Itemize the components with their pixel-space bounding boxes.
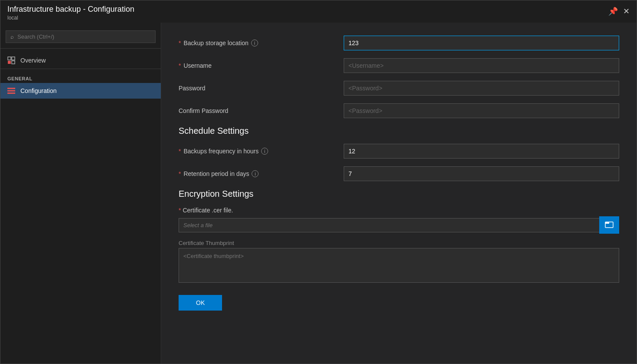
password-label: Password xyxy=(179,85,344,92)
backup-frequency-label: Backups frequency in hours i xyxy=(179,148,344,155)
pin-icon[interactable]: 📌 xyxy=(608,7,618,16)
sidebar: ⌕ Overview GENERAL xyxy=(0,23,161,364)
retention-period-row: Retention period in days i xyxy=(179,166,619,181)
sidebar-divider xyxy=(0,48,161,49)
retention-period-input[interactable] xyxy=(344,166,619,181)
main-content: ⌕ Overview GENERAL xyxy=(0,23,637,364)
backup-frequency-input[interactable] xyxy=(344,144,619,159)
svg-rect-2 xyxy=(8,61,11,64)
backup-storage-label: Backup storage location i xyxy=(179,40,344,46)
password-input[interactable] xyxy=(344,81,619,96)
title-bar: Infrastructure backup - Configuration lo… xyxy=(0,0,637,23)
general-divider xyxy=(0,69,161,69)
ok-button[interactable]: OK xyxy=(179,295,222,311)
svg-rect-6 xyxy=(7,93,15,94)
configuration-icon xyxy=(7,88,15,94)
backup-storage-row: Backup storage location i xyxy=(179,36,619,50)
encryption-section: Encryption Settings Certificate .cer fil… xyxy=(179,189,619,285)
backup-frequency-info-icon[interactable]: i xyxy=(261,148,268,155)
thumbprint-textarea[interactable] xyxy=(179,248,619,283)
cert-file-input[interactable] xyxy=(179,218,599,232)
retention-period-info-icon[interactable]: i xyxy=(252,170,259,177)
browse-icon xyxy=(605,220,614,230)
svg-rect-4 xyxy=(7,88,15,89)
file-browse-button[interactable] xyxy=(599,216,619,234)
svg-rect-3 xyxy=(12,61,15,64)
svg-rect-1 xyxy=(12,57,15,60)
username-label: Username xyxy=(179,62,344,69)
svg-rect-5 xyxy=(7,90,15,92)
window-title: Infrastructure backup - Configuration xyxy=(7,5,134,14)
search-input[interactable] xyxy=(17,33,151,40)
title-bar-left: Infrastructure backup - Configuration lo… xyxy=(7,5,134,21)
retention-period-label: Retention period in days i xyxy=(179,170,344,177)
sidebar-item-overview-label: Overview xyxy=(20,57,46,64)
window-subtitle: local xyxy=(7,15,134,21)
file-input-row xyxy=(179,216,619,234)
svg-rect-0 xyxy=(8,57,11,60)
sidebar-item-configuration-label: Configuration xyxy=(20,87,56,94)
sidebar-section-general: GENERAL xyxy=(0,73,161,83)
backup-storage-info-icon[interactable]: i xyxy=(251,40,258,46)
encryption-settings-heading: Encryption Settings xyxy=(179,189,619,199)
confirm-password-input[interactable] xyxy=(344,103,619,118)
search-box[interactable]: ⌕ xyxy=(6,30,156,43)
sidebar-item-configuration[interactable]: Configuration xyxy=(0,83,161,99)
cert-file-label: Certificate .cer file. xyxy=(179,207,619,214)
username-input[interactable] xyxy=(344,58,619,73)
close-icon[interactable]: ✕ xyxy=(623,7,630,16)
sidebar-item-overview[interactable]: Overview xyxy=(0,52,161,69)
window: Infrastructure backup - Configuration lo… xyxy=(0,0,637,364)
confirm-password-row: Confirm Password xyxy=(179,103,619,118)
username-row: Username xyxy=(179,58,619,73)
backup-storage-input[interactable] xyxy=(344,36,619,50)
overview-icon xyxy=(7,56,15,64)
backup-frequency-row: Backups frequency in hours i xyxy=(179,144,619,159)
title-bar-controls: 📌 ✕ xyxy=(608,7,630,16)
main-panel: Backup storage location i Username Passw… xyxy=(161,23,637,364)
password-row: Password xyxy=(179,81,619,96)
thumbprint-label: Certificate Thumbprint xyxy=(179,240,619,246)
schedule-settings-heading: Schedule Settings xyxy=(179,126,619,136)
cert-file-label-row: Certificate .cer file. xyxy=(179,207,619,214)
confirm-password-label: Confirm Password xyxy=(179,107,344,114)
search-icon: ⌕ xyxy=(10,33,14,40)
